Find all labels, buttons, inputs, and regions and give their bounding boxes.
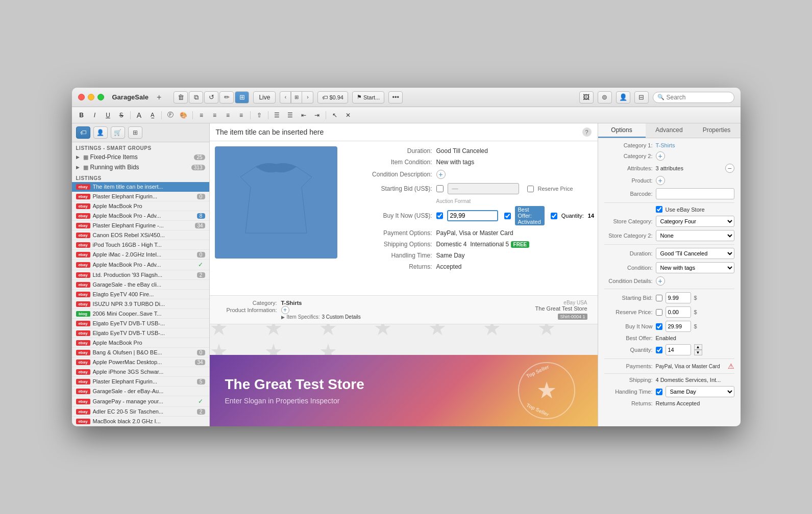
minimize-button[interactable] (88, 94, 94, 100)
justify-button[interactable]: ≡ (236, 110, 247, 121)
handling-panel-checkbox[interactable] (656, 389, 662, 395)
list-item[interactable]: ebay Elagto EyeTV 400 Fire... (72, 290, 209, 299)
refresh-button[interactable]: ↺ (204, 91, 218, 104)
reserve-panel-checkbox[interactable] (656, 309, 662, 316)
outdent-button[interactable]: ⇤ (298, 110, 309, 121)
trash-button[interactable]: 🗑 (174, 91, 188, 104)
clear-button[interactable]: ✕ (342, 110, 354, 121)
starting-bid-panel-input[interactable] (666, 292, 691, 303)
person-button[interactable]: 👤 (616, 91, 630, 104)
handling-select[interactable]: Same Day (666, 386, 734, 397)
add-button[interactable]: + (157, 93, 161, 102)
barcode-input[interactable] (656, 188, 734, 199)
view-toggle-button[interactable]: ⊞ (235, 91, 249, 104)
indent-button[interactable]: ⇥ (311, 110, 323, 121)
italic-button[interactable]: I (89, 110, 101, 121)
add-product-button[interactable]: + (281, 306, 289, 314)
sidebar-icon-cart[interactable]: 🛒 (111, 126, 125, 139)
pencil-button[interactable]: ✏ (219, 91, 234, 104)
underline-button[interactable]: U (103, 110, 114, 121)
list-item[interactable]: ebay Plaster Elephant Figurin... 0 (72, 192, 209, 201)
tab-options[interactable]: Options (598, 123, 646, 138)
buy-now-input[interactable] (447, 210, 498, 221)
list-item[interactable]: ebay GaragePay - manage your... ✓ (72, 396, 209, 407)
align-right-button[interactable]: ≡ (223, 110, 234, 121)
list-item[interactable]: ebay GarageSale - der eBay-Au... (72, 387, 209, 396)
tab-properties[interactable]: Properties (693, 123, 741, 138)
add-condition-button[interactable]: + (436, 170, 446, 179)
list-item[interactable]: ebay Apple MacBook Pro (72, 338, 209, 348)
maximize-button[interactable] (97, 94, 104, 100)
starting-bid-panel-checkbox[interactable] (656, 295, 662, 301)
font-color-button[interactable]: A̲ (147, 110, 158, 121)
search-input[interactable] (667, 94, 741, 101)
list-item[interactable]: ebay MacBook black 2.0 GHz I... (72, 417, 209, 426)
tab-advanced[interactable]: Advanced (646, 123, 693, 138)
list-item[interactable]: ebay Canon EOS Rebel XSi/450... (72, 230, 209, 240)
photo-button[interactable]: 🖼 (579, 91, 594, 104)
buy-now-panel-checkbox[interactable] (656, 323, 662, 330)
use-store-checkbox[interactable] (656, 206, 662, 213)
indent-up-button[interactable]: ⇧ (254, 110, 265, 121)
nav-right-button[interactable]: › (302, 91, 313, 104)
list-item[interactable]: ebay Apple iPhone 3GS Schwar... (72, 367, 209, 377)
buy-now-checkbox[interactable] (436, 212, 443, 219)
add-product-button[interactable]: + (656, 176, 665, 185)
bold-button[interactable]: B (76, 110, 87, 121)
list-item[interactable]: ebay Apple MacBook Pro - Adv... 8 (72, 211, 209, 221)
list-item[interactable]: ebay Ltd. Production '93 Flagsh... 2 (72, 270, 209, 280)
close-button[interactable] (78, 94, 85, 100)
starting-bid-checkbox[interactable] (436, 185, 444, 192)
align-left-button[interactable]: ≡ (196, 110, 207, 121)
list-ul-button[interactable]: ☰ (272, 110, 283, 121)
quantity-down-button[interactable]: ▼ (694, 350, 702, 355)
buy-now-panel-input[interactable] (666, 321, 691, 332)
add-category2-button[interactable]: + (656, 151, 665, 161)
nav-left-button[interactable]: ‹ (280, 91, 291, 104)
paint-button[interactable]: 🎨 (178, 110, 189, 121)
help-button[interactable]: ⊚ (598, 91, 612, 104)
sidebar-icon-tag[interactable]: 🏷 (76, 126, 90, 139)
price-button[interactable]: 🏷 $0.94 (317, 91, 348, 104)
list-item[interactable]: ebay Plaster Elephant Figurine -... 34 (72, 221, 209, 230)
circle-button[interactable]: Ⓕ (165, 110, 176, 121)
list-item[interactable]: ebay Apple iMac - 2.0GHz Intel... 0 (72, 250, 209, 260)
list-ol-button[interactable]: ☰ (285, 110, 296, 121)
strikethrough-button[interactable]: S̶ (116, 110, 127, 121)
list-item[interactable]: ebay ISUZU NPR 3.9 TURBO Di... (72, 299, 209, 309)
list-item[interactable]: ebay Adler EC 20-5 Sir Taschen... 2 (72, 407, 209, 417)
list-item[interactable]: ebay Elgato EyeTV DVB-T USB-... (72, 319, 209, 328)
more-button[interactable]: ••• (388, 91, 403, 104)
list-item[interactable]: ebay iPod Touch 16GB - High T... (72, 240, 209, 250)
quantity-panel-checkbox[interactable] (656, 347, 662, 353)
list-item[interactable]: ebay GarageSale - the eBay cli... (72, 280, 209, 290)
reserve-panel-input[interactable] (666, 306, 691, 318)
quantity-checkbox[interactable] (551, 213, 557, 219)
best-offer-checkbox[interactable] (504, 213, 511, 219)
remove-attributes-button[interactable]: − (725, 164, 734, 173)
align-center-button[interactable]: ≡ (209, 110, 220, 121)
list-item[interactable]: ebay Apple MacBook Pro - Adv... ✓ (72, 260, 209, 270)
reserve-price-checkbox[interactable] (527, 186, 534, 192)
store-category2-select[interactable]: None (656, 230, 734, 241)
list-item[interactable]: ebay Elgato EyeTV DVB-T USB-... (72, 328, 209, 338)
window-button[interactable]: ⊟ (634, 91, 649, 104)
add-cond-details-button[interactable]: + (656, 276, 665, 286)
help-button[interactable]: ? (582, 127, 592, 137)
duration-select[interactable]: Good 'Til Canceled (656, 248, 734, 259)
listing-item-selected[interactable]: ebay The item title can be insert... (72, 182, 209, 192)
condition-select[interactable]: New with tags (656, 262, 734, 273)
list-item[interactable]: ebay Apple PowerMac Desktop... 34 (72, 357, 209, 367)
quantity-panel-input[interactable] (666, 344, 691, 355)
grid-view-button[interactable]: ⊞ (291, 91, 302, 104)
list-item[interactable]: ebay Apple MacBook Pro (72, 201, 209, 211)
group-fixed-price[interactable]: ▶ ▦ Fixed-Price Items 25 (72, 152, 209, 162)
group-running-bids[interactable]: ▶ ▦ Running with Bids 313 (72, 162, 209, 172)
quantity-up-button[interactable]: ▲ (694, 344, 702, 350)
start-button[interactable]: ⚑ Start... (352, 91, 384, 104)
list-item[interactable]: ebay Plaster Elephant Figurin... 5 (72, 377, 209, 387)
font-size-button[interactable]: A (134, 110, 145, 121)
live-button[interactable]: Live (253, 91, 276, 104)
sidebar-icon-grid[interactable]: ⊞ (128, 126, 142, 139)
copy-button[interactable]: ⧉ (189, 91, 203, 104)
